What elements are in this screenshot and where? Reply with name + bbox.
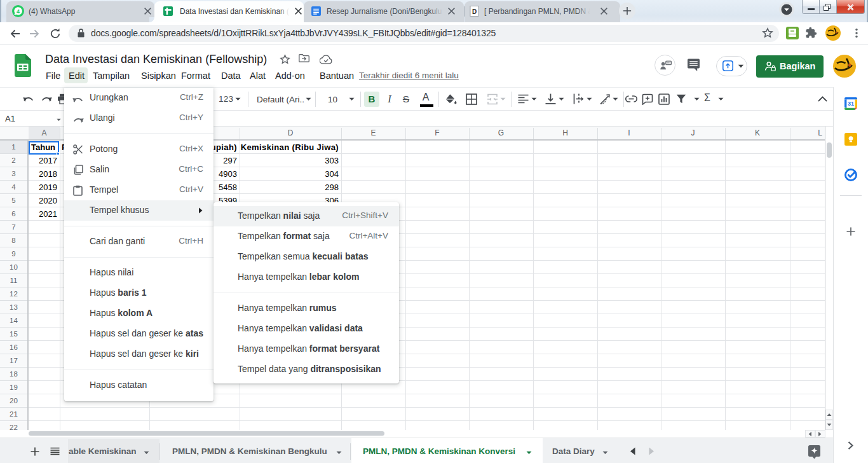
svg-text:31: 31	[848, 100, 854, 107]
svg-text:D: D	[472, 8, 477, 15]
svg-text:4: 4	[17, 8, 20, 15]
